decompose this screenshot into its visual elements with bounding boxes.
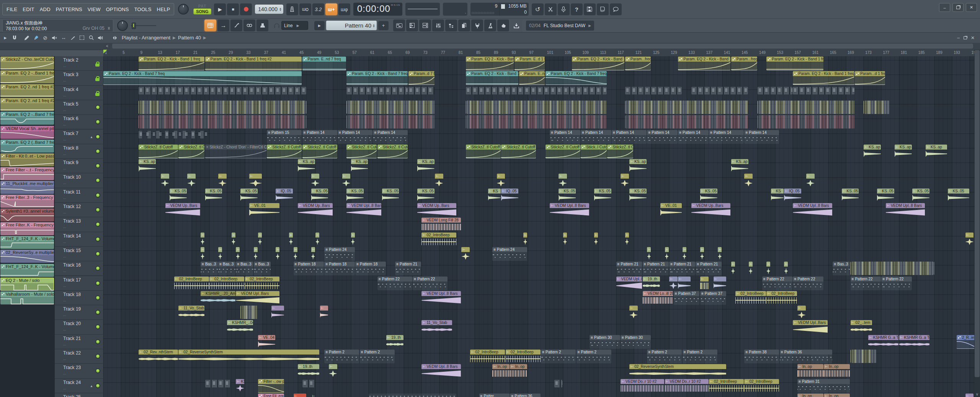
clip[interactable] xyxy=(302,380,315,387)
clip[interactable] xyxy=(218,380,231,387)
clip[interactable]: ⊢02_IntroBeep xyxy=(174,277,209,290)
track-header[interactable]: Track 3... xyxy=(55,71,103,85)
track-badge[interactable] xyxy=(96,164,100,168)
clip[interactable]: ⊢02_IntroBeep xyxy=(506,350,541,363)
arrangement-picker-icon[interactable] xyxy=(111,34,119,41)
clip[interactable]: ⊢VEDM Long Fill 28 xyxy=(421,218,461,231)
clip[interactable]: ≡Pattern 21 xyxy=(616,262,642,275)
clip[interactable]: ⊢ xyxy=(718,247,722,261)
clip[interactable]: ⊢ xyxy=(621,174,629,187)
clip[interactable]: ⊢VEDM Up..Bars xyxy=(417,203,456,217)
clip[interactable]: ⊢KS..ap xyxy=(629,159,647,173)
clip[interactable]: ⊢02_..tem xyxy=(851,320,872,334)
clip[interactable]: ⊢ xyxy=(559,174,567,187)
save-button[interactable] xyxy=(584,3,596,15)
clip[interactable]: ⊢02_IntroBeep xyxy=(709,379,744,393)
clip[interactable]: ⊢ xyxy=(311,174,320,187)
clip[interactable]: ⊢ xyxy=(784,262,788,275)
delete-tool-button[interactable]: ⊘ xyxy=(41,34,49,41)
clip[interactable]: ≡Pattern 2 xyxy=(577,350,611,363)
clip[interactable]: ×StiickzZ - Chord 'Don' - FilterCtl Cuto… xyxy=(205,145,266,158)
clip[interactable]: ⊢ xyxy=(329,364,337,378)
clip[interactable]: ≡Pattern 18 xyxy=(294,262,324,275)
clip[interactable]: ≡Pattern 15 xyxy=(267,130,302,144)
clip[interactable]: ⊢KS..05 xyxy=(877,189,894,202)
playlist-grid[interactable]: Param. EQ 2 - Kick - Band 1 freqParam. E… xyxy=(103,56,974,397)
picker-item[interactable]: Filter - Kit 0..et - Low pass xyxy=(0,153,54,166)
led-icon[interactable] xyxy=(96,252,100,255)
clip[interactable]: ⊢VE..01 xyxy=(660,203,682,217)
clip[interactable]: ≡Pattern 30 xyxy=(590,335,620,349)
clip[interactable]: ⊢VEDM Upl..8 Bars xyxy=(793,203,832,217)
collapse-arrow-icon[interactable]: ▲ xyxy=(90,135,93,139)
clip[interactable]: Param. E..nd 7 freq xyxy=(519,71,545,85)
clip[interactable]: ⊢KS..05 xyxy=(842,189,859,202)
step-edit-button[interactable] xyxy=(204,20,216,31)
clip[interactable]: ⊢In..op xyxy=(797,394,823,397)
menu-item-add[interactable]: ADD xyxy=(40,7,51,12)
clip[interactable]: ⊢02_Rev..nthStem xyxy=(139,350,178,363)
clip[interactable]: ≡Pattern 2 xyxy=(360,350,395,363)
lock-icon[interactable] xyxy=(95,93,100,96)
clip[interactable]: ⊢KS xyxy=(771,189,784,202)
menu-item-file[interactable]: FILE xyxy=(7,7,17,12)
clip[interactable]: ≡Pattern 14 xyxy=(678,130,708,144)
clip[interactable] xyxy=(139,131,209,138)
clip[interactable] xyxy=(346,101,434,114)
clip[interactable]: ⊢ xyxy=(258,233,262,246)
countdown-button[interactable]: 3.2 xyxy=(312,3,324,15)
clip[interactable]: ⊢ xyxy=(965,233,974,246)
picker-item[interactable]: 11_PluckInt..me multiplier xyxy=(0,181,54,194)
clip[interactable]: ⊢ xyxy=(731,262,735,275)
clip[interactable]: ⊢KSHMR G..a Top) xyxy=(868,335,898,349)
clip[interactable]: ⊢KS..05 xyxy=(311,189,328,202)
clip[interactable] xyxy=(625,87,682,94)
clip[interactable]: Param. EQ 2 - Kick - Band 1 freq xyxy=(572,57,624,70)
clip[interactable]: ⊢ xyxy=(294,247,297,261)
clip[interactable]: Param. EQ 2 - Kick - Band 1 freq #2 xyxy=(766,57,823,70)
clip[interactable]: 2_R..ier xyxy=(957,335,974,349)
led-icon[interactable] xyxy=(96,194,100,197)
clip[interactable]: ⊢ xyxy=(523,233,527,246)
clip[interactable] xyxy=(758,101,854,114)
clip[interactable]: ≡Pattern 14 xyxy=(612,130,647,144)
monitor-input-select[interactable]: Line ▶ xyxy=(281,21,308,30)
clip[interactable] xyxy=(758,87,792,94)
clip[interactable]: ⊢ xyxy=(594,233,598,246)
clip[interactable]: ⊢VEDM Upl..Bars xyxy=(793,320,828,334)
clip[interactable]: ≡Pattern 14 xyxy=(647,130,677,144)
mixer-button[interactable] xyxy=(432,20,444,31)
clip[interactable]: ⊢VEDM Upl..8 Bars xyxy=(421,364,461,378)
track-badge[interactable] xyxy=(96,296,100,299)
clip[interactable]: ⊢ xyxy=(236,247,240,261)
clip[interactable] xyxy=(554,380,563,387)
clip[interactable]: Filter -..ow pass xyxy=(258,379,284,393)
track-badge[interactable] xyxy=(96,355,100,358)
copy-button[interactable] xyxy=(458,20,470,31)
pattern-spinner[interactable]: ▲▼ xyxy=(372,24,375,28)
wait-for-input-button[interactable]: шѻ xyxy=(299,3,311,15)
picker-item[interactable]: 02_ReverseSy..e multiplier xyxy=(0,250,54,263)
clip[interactable] xyxy=(205,380,218,387)
clip[interactable]: ⊢ xyxy=(965,394,974,397)
picker-item[interactable]: Param. EQ 2 -..Band 7 freq xyxy=(0,112,54,125)
track-header[interactable]: Track 7...▲ xyxy=(55,130,103,144)
clip[interactable]: ⊢02_ReverseSynthStem xyxy=(629,364,726,378)
clip[interactable]: ⊢KS..ap xyxy=(298,159,315,173)
clip[interactable]: ≡Pattern 14 xyxy=(709,130,744,144)
track-header[interactable]: Track 21... xyxy=(55,335,103,349)
clip[interactable]: ⊢ xyxy=(161,174,169,187)
clip[interactable] xyxy=(240,306,258,319)
clip[interactable]: ≡Pattern 36 xyxy=(510,394,540,397)
clip[interactable]: StiickzZ..tl Cutoff xyxy=(607,145,633,158)
clip[interactable]: ⊢KSHMR_..20_Am xyxy=(201,291,235,305)
clip[interactable]: Param. E..d 1 freq #2 xyxy=(514,57,545,70)
clip[interactable]: ⊢ xyxy=(351,233,355,246)
slip-tool-button[interactable]: ↔ xyxy=(60,34,67,41)
clip[interactable]: ⊢ xyxy=(218,174,227,187)
clip[interactable]: ⊢VEDM Upl..8 Ba xyxy=(616,277,642,290)
clip[interactable]: Param..d 7 freq xyxy=(408,71,434,85)
track-badge[interactable] xyxy=(96,194,100,197)
clip[interactable]: ⊢KS..ap xyxy=(864,145,881,158)
clip[interactable]: ⊢02_IntroBeep xyxy=(744,379,779,393)
